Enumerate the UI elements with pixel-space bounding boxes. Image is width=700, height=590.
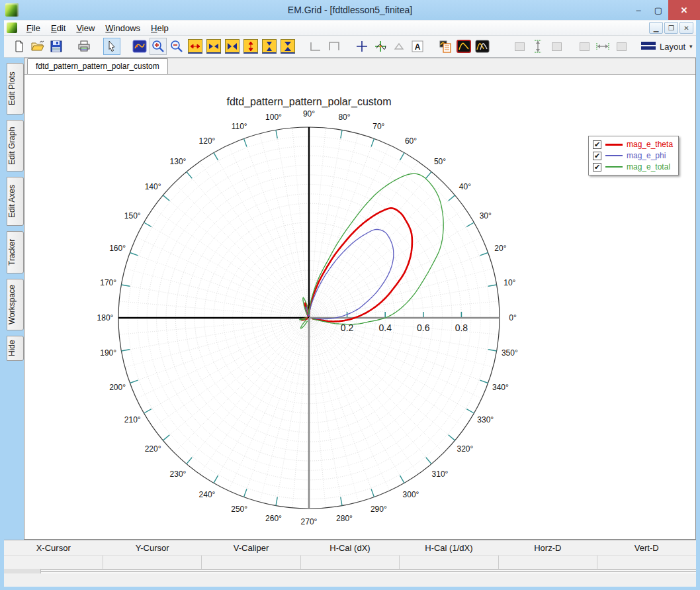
tab-fdtd-pattern[interactable]: fdtd_pattern_pattern_polar_custom bbox=[27, 58, 168, 74]
mdi-close-button[interactable]: ✕ bbox=[679, 22, 693, 34]
status-col-horz-d: Horz-D bbox=[498, 543, 597, 553]
open-folder-icon bbox=[31, 40, 44, 52]
mdi-restore-button[interactable]: ❐ bbox=[664, 22, 678, 34]
status-value-horz-d bbox=[498, 556, 597, 569]
align-vertical-left-button[interactable] bbox=[511, 38, 528, 55]
text-annotation-button[interactable]: A bbox=[409, 38, 426, 55]
align-vertical-right-button[interactable] bbox=[548, 38, 565, 55]
h-distribute-icon bbox=[596, 42, 609, 50]
box-frame-button[interactable] bbox=[326, 38, 343, 55]
zoom-window-button[interactable] bbox=[131, 38, 148, 55]
cross-icon bbox=[356, 40, 368, 52]
checkbox-checked-icon[interactable]: ✔ bbox=[593, 152, 601, 160]
align-horizontal-left-button[interactable] bbox=[576, 38, 593, 55]
sidebar-item-edit-axes[interactable]: Edit Axes bbox=[7, 177, 24, 226]
save-button[interactable] bbox=[48, 38, 65, 55]
svg-text:150°: 150° bbox=[124, 211, 141, 221]
menu-windows[interactable]: Windows bbox=[100, 22, 146, 34]
printer-icon bbox=[77, 40, 91, 52]
plot-tab-bar: fdtd_pattern_pattern_polar_custom bbox=[24, 58, 695, 75]
cursor-status-bar: X-Cursor Y-Cursor V-Caliper H-Cal (dX) H… bbox=[4, 540, 696, 569]
mdi-minimize-button[interactable]: ▁ bbox=[649, 22, 663, 34]
legend-icon bbox=[439, 40, 452, 53]
align-horizontal-right-button[interactable] bbox=[613, 38, 630, 55]
plot-style-button[interactable] bbox=[455, 38, 472, 55]
toolbar: A Layout ▾ bbox=[4, 35, 696, 58]
svg-text:240°: 240° bbox=[199, 490, 216, 499]
svg-text:180°: 180° bbox=[97, 313, 114, 322]
menu-bar: File Edit View Windows Help ▁ ❐ ✕ bbox=[4, 20, 696, 35]
sidebar-item-edit-plots[interactable]: Edit Plots bbox=[7, 63, 24, 115]
menu-file[interactable]: File bbox=[21, 22, 46, 34]
bottom-gripper[interactable] bbox=[4, 569, 696, 573]
compress-vertical-button[interactable] bbox=[279, 38, 296, 55]
sidebar: Edit Plots Edit Graph Edit Axes Tracker … bbox=[4, 58, 24, 540]
svg-text:70°: 70° bbox=[372, 122, 384, 131]
app-window: EM.Grid - [fdtdlesson5_finitea] – ▢ ✕ Fi… bbox=[0, 0, 700, 590]
compress-horizontal-button[interactable] bbox=[224, 38, 241, 55]
expand-horizontal-button[interactable] bbox=[187, 38, 204, 55]
layout-icon bbox=[641, 42, 656, 51]
gray-box-icon bbox=[515, 42, 525, 51]
caliper-button[interactable] bbox=[390, 38, 408, 55]
svg-text:300°: 300° bbox=[403, 490, 419, 499]
svg-text:350°: 350° bbox=[502, 348, 518, 358]
menu-help[interactable]: Help bbox=[146, 22, 174, 34]
document-logo-icon bbox=[7, 23, 17, 33]
svg-text:160°: 160° bbox=[109, 244, 126, 253]
svg-text:170°: 170° bbox=[100, 278, 116, 287]
zoom-out-icon bbox=[170, 40, 183, 53]
svg-text:0°: 0° bbox=[509, 313, 517, 322]
axes-corner-button[interactable] bbox=[307, 38, 324, 55]
tracker-button[interactable] bbox=[372, 38, 389, 55]
pointer-tool-button[interactable] bbox=[103, 38, 120, 55]
legend-item: ✔ mag_e_phi bbox=[593, 151, 673, 160]
zoom-in-button[interactable] bbox=[150, 38, 167, 55]
legend-toggle-button[interactable] bbox=[437, 38, 454, 55]
shrink-horizontal-button[interactable] bbox=[205, 38, 222, 55]
legend-box[interactable]: ✔ mag_e_theta ✔ mag_e_phi ✔ mag_e_total bbox=[588, 136, 679, 175]
distribute-horizontal-button[interactable] bbox=[594, 38, 611, 55]
menu-view[interactable]: View bbox=[71, 22, 100, 34]
svg-text:90°: 90° bbox=[303, 109, 315, 119]
svg-text:330°: 330° bbox=[477, 415, 494, 424]
expand-vertical-button[interactable] bbox=[242, 38, 259, 55]
open-button[interactable] bbox=[29, 38, 46, 55]
print-button[interactable] bbox=[75, 38, 93, 55]
svg-text:0.4: 0.4 bbox=[378, 322, 392, 333]
new-document-icon bbox=[13, 40, 25, 52]
distribute-vertical-button[interactable] bbox=[529, 38, 547, 55]
status-col-v-caliper: V-Caliper bbox=[202, 543, 300, 553]
sidebar-item-edit-graph[interactable]: Edit Graph bbox=[7, 120, 24, 172]
svg-text:110°: 110° bbox=[232, 122, 247, 131]
cursor-cross-button[interactable] bbox=[353, 38, 371, 55]
shrink-vertical-button[interactable] bbox=[261, 38, 278, 55]
svg-text:80°: 80° bbox=[338, 113, 350, 122]
checkbox-checked-icon[interactable]: ✔ bbox=[593, 140, 601, 149]
sidebar-item-hide[interactable]: Hide bbox=[7, 336, 24, 361]
zoom-out-button[interactable] bbox=[168, 38, 185, 55]
multi-plot-button[interactable] bbox=[474, 38, 491, 55]
svg-text:60°: 60° bbox=[405, 136, 417, 146]
legend-label: mag_e_theta bbox=[627, 140, 673, 149]
sidebar-item-workspace[interactable]: Workspace bbox=[7, 279, 24, 330]
status-value-vert-d bbox=[597, 556, 696, 569]
svg-text:100°: 100° bbox=[265, 113, 282, 122]
svg-text:210°: 210° bbox=[124, 415, 141, 424]
svg-text:20°: 20° bbox=[494, 244, 506, 253]
svg-text:270°: 270° bbox=[301, 517, 318, 526]
new-button[interactable] bbox=[11, 38, 28, 55]
polar-plot-area[interactable]: fdtd_pattern_pattern_polar_custom 0.20.4… bbox=[24, 75, 695, 539]
svg-text:50°: 50° bbox=[434, 157, 446, 166]
svg-text:0.6: 0.6 bbox=[417, 322, 430, 333]
chevron-down-icon: ▾ bbox=[689, 43, 693, 50]
status-value-x-cursor bbox=[4, 556, 103, 569]
svg-text:190°: 190° bbox=[100, 348, 116, 358]
layout-dropdown[interactable]: Layout ▾ bbox=[640, 41, 693, 52]
svg-text:30°: 30° bbox=[480, 211, 492, 221]
v-arrows-icon bbox=[262, 39, 277, 54]
legend-item: ✔ mag_e_theta bbox=[593, 140, 673, 149]
sidebar-item-tracker[interactable]: Tracker bbox=[7, 231, 24, 273]
checkbox-checked-icon[interactable]: ✔ bbox=[593, 163, 601, 172]
menu-edit[interactable]: Edit bbox=[46, 22, 71, 34]
